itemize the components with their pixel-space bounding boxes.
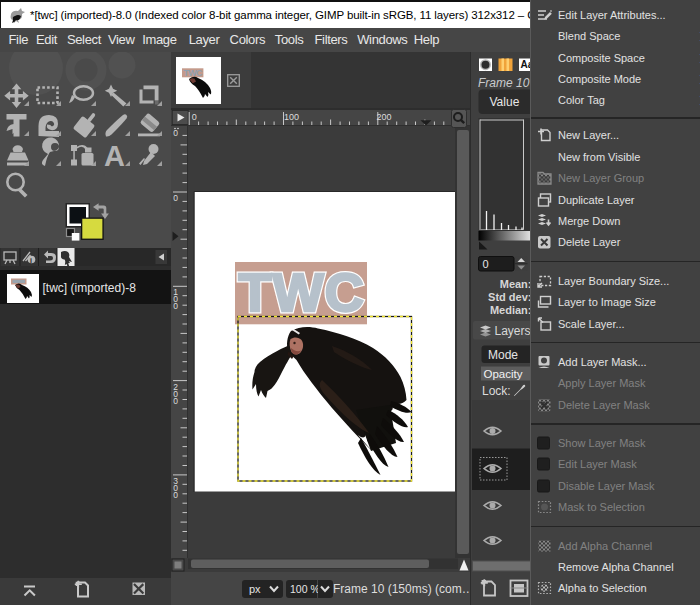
svg-text:200: 200 (376, 112, 391, 122)
svg-text:Std dev:: Std dev: (488, 291, 531, 303)
svg-text:Opacity: Opacity (484, 368, 523, 380)
svg-text:TWC: TWC (184, 69, 204, 79)
svg-text:0: 0 (173, 490, 178, 500)
svg-text:Mode: Mode (488, 348, 518, 362)
svg-text:TWC: TWC (239, 262, 366, 322)
svg-text:0: 0 (173, 396, 178, 406)
svg-text:A: A (104, 140, 125, 172)
svg-text:Lock:: Lock: (482, 384, 511, 398)
svg-text:0: 0 (173, 193, 178, 203)
svg-text:Layers: Layers (495, 324, 531, 338)
svg-text:0: 0 (192, 112, 197, 122)
svg-text:Frame 10: Frame 10 (478, 76, 530, 90)
svg-text:0: 0 (173, 301, 178, 311)
svg-text:0: 0 (483, 258, 489, 270)
svg-text:Value: Value (490, 95, 520, 109)
svg-text:100: 100 (284, 112, 299, 122)
svg-text:Mean:: Mean: (500, 278, 532, 290)
svg-text:Median:: Median: (490, 304, 532, 316)
svg-text:i: i (30, 257, 32, 264)
